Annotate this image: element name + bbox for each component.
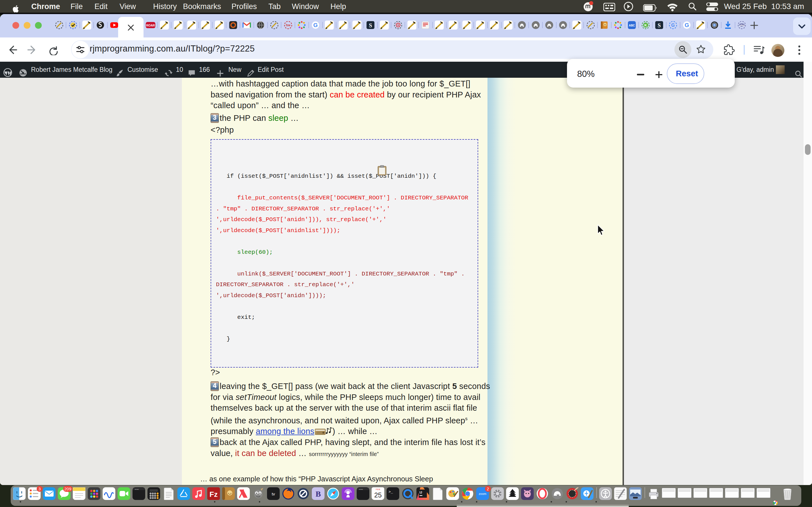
- svg-text:Fz: Fz: [209, 490, 218, 499]
- svg-text:tv: tv: [272, 492, 275, 496]
- svg-text:>_: >_: [389, 490, 393, 494]
- svg-text:php: php: [740, 24, 744, 27]
- svg-text:ABC: ABC: [629, 24, 635, 27]
- svg-text:S: S: [658, 22, 661, 29]
- svg-text:zoom: zoom: [479, 492, 486, 496]
- svg-text:B: B: [315, 490, 321, 498]
- svg-text:25: 25: [374, 491, 382, 499]
- svg-text:exec: exec: [135, 489, 139, 490]
- svg-text:IJ: IJ: [419, 491, 422, 494]
- svg-text:S: S: [369, 22, 372, 29]
- svg-text:exec: exec: [359, 489, 363, 490]
- svg-text:FEB: FEB: [376, 488, 380, 491]
- svg-text:ROAR: ROAR: [146, 24, 155, 27]
- svg-text:fzw: fzw: [286, 24, 290, 27]
- svg-text:G: G: [313, 22, 318, 28]
- svg-text:G: G: [684, 22, 689, 28]
- svg-text:K: K: [644, 23, 647, 27]
- svg-text:G: G: [671, 23, 675, 27]
